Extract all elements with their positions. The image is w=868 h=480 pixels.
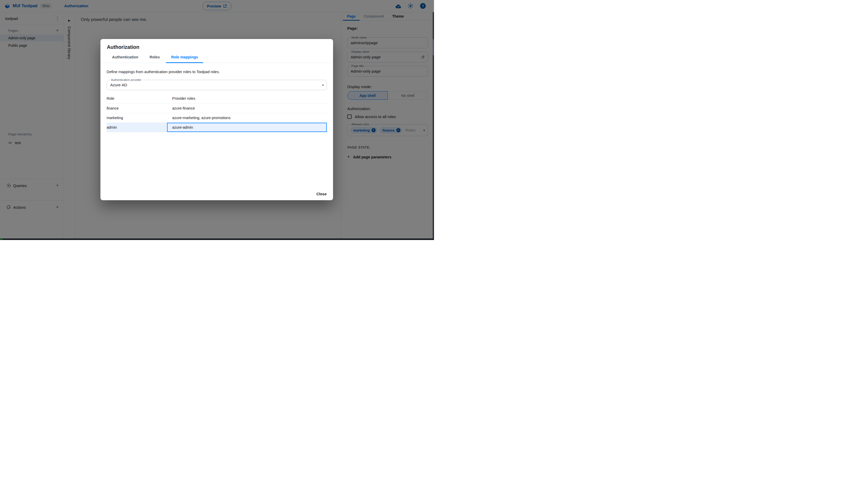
role-cell[interactable]: admin bbox=[106, 123, 167, 132]
bottom-edge-accent bbox=[0, 238, 3, 240]
role-mappings-table: Role Provider roles finance azure-financ… bbox=[106, 93, 327, 132]
authentication-provider-label: Authentication provider bbox=[110, 78, 143, 82]
role-cell[interactable]: finance bbox=[106, 103, 167, 113]
close-button[interactable]: Close bbox=[316, 192, 327, 196]
chevron-down-icon: ▾ bbox=[322, 83, 324, 87]
column-header-role: Role bbox=[106, 93, 167, 103]
role-mappings-description: Define mappings from authentication prov… bbox=[106, 70, 327, 74]
provider-roles-cell[interactable]: azure-marketing, azure-promotions bbox=[167, 113, 327, 122]
provider-roles-cell-editing[interactable]: azure-admin bbox=[167, 123, 327, 132]
tab-role-mappings[interactable]: Role mappings bbox=[166, 55, 203, 63]
authentication-provider-value: Azure AD bbox=[110, 83, 127, 87]
browser-scrollbar[interactable] bbox=[433, 12, 434, 238]
table-row-marketing[interactable]: marketing azure-marketing, azure-promoti… bbox=[106, 113, 327, 123]
provider-roles-cell[interactable]: azure-finance bbox=[167, 103, 327, 113]
tab-roles[interactable]: Roles bbox=[145, 55, 165, 63]
authentication-provider-select[interactable]: Authentication provider Azure AD ▾ bbox=[106, 80, 327, 90]
table-row-finance[interactable]: finance azure-finance bbox=[106, 103, 327, 113]
tab-authentication[interactable]: Authentication bbox=[107, 55, 144, 63]
dialog-title: Authorization bbox=[100, 39, 333, 50]
toolpad-editor-window: MUI Toolpad Beta Authorization Preview bbox=[0, 0, 434, 240]
role-cell[interactable]: marketing bbox=[106, 113, 167, 122]
bottom-window-edge bbox=[0, 238, 434, 240]
scrollbar-thumb[interactable] bbox=[433, 39, 434, 55]
table-row-admin[interactable]: admin azure-admin bbox=[106, 123, 327, 132]
table-header-row: Role Provider roles bbox=[106, 93, 327, 103]
dialog-content: Define mappings from authentication prov… bbox=[100, 63, 333, 200]
authorization-dialog: Authorization Authentication Roles Role … bbox=[100, 39, 333, 200]
column-header-provider-roles: Provider roles bbox=[167, 93, 327, 103]
dialog-tabs: Authentication Roles Role mappings bbox=[100, 50, 333, 63]
